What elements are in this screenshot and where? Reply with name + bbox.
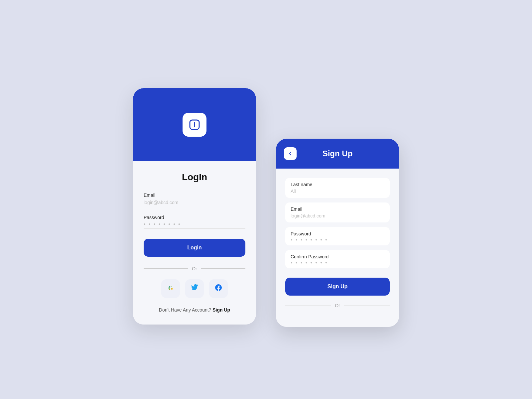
- lastname-field-group: Last name Ali: [285, 178, 390, 198]
- screens-container: LogIn Email login@abcd.com Password ● ● …: [133, 88, 399, 325]
- no-account-label: Don't Have Any Account?: [159, 307, 211, 313]
- signup-body: Last name Ali Email login@abcd.com Passw…: [276, 169, 399, 327]
- signup-or-divider: Or: [285, 303, 390, 308]
- signup-button[interactable]: Sign Up: [285, 278, 390, 296]
- password-label: Password: [144, 215, 245, 220]
- or-text: Or: [192, 266, 197, 271]
- signup-header: Sign Up: [276, 139, 399, 169]
- lastname-input-display[interactable]: Ali: [291, 189, 384, 194]
- login-button[interactable]: Login: [144, 239, 245, 257]
- back-button[interactable]: [284, 147, 297, 160]
- confirm-password-label: Confirm Password: [291, 254, 384, 259]
- or-line-left: [144, 268, 188, 269]
- signup-password-label: Password: [291, 231, 384, 236]
- signup-link[interactable]: Sign Up: [212, 307, 230, 313]
- login-body: LogIn Email login@abcd.com Password ● ● …: [133, 161, 256, 325]
- signup-email-label: Email: [291, 206, 384, 212]
- signup-email-field-group: Email login@abcd.com: [285, 202, 390, 222]
- signup-email-input-display[interactable]: login@abcd.com: [291, 213, 384, 218]
- twitter-button[interactable]: [185, 279, 204, 298]
- facebook-button[interactable]: [209, 279, 228, 298]
- signup-or-text: Or: [335, 303, 340, 308]
- email-input-display[interactable]: login@abcd.com: [144, 200, 245, 208]
- lastname-label: Last name: [291, 182, 384, 187]
- login-header: [133, 88, 256, 161]
- google-icon: G: [168, 285, 173, 292]
- signup-card: Sign Up Last name Ali Email login@abcd.c…: [276, 139, 399, 327]
- twitter-icon: [191, 284, 198, 293]
- or-divider: Or: [144, 266, 245, 271]
- email-field-group: Email login@abcd.com: [144, 193, 245, 208]
- signup-password-input-display[interactable]: ● ● ● ● ● ● ● ●: [291, 238, 384, 241]
- svg-rect-1: [194, 122, 195, 127]
- login-card: LogIn Email login@abcd.com Password ● ● …: [133, 88, 256, 325]
- app-logo: [183, 113, 206, 137]
- facebook-icon: [215, 284, 222, 293]
- login-title: LogIn: [144, 172, 245, 183]
- signup-title: Sign Up: [297, 149, 378, 158]
- signup-or-line-right: [344, 306, 390, 306]
- email-label: Email: [144, 193, 245, 198]
- signup-or-line-left: [285, 306, 331, 306]
- confirm-password-input-display[interactable]: ● ● ● ● ● ● ● ●: [291, 261, 384, 264]
- google-button[interactable]: G: [161, 279, 180, 298]
- social-buttons: G: [144, 279, 245, 298]
- password-field-group: Password ● ● ● ● ● ● ● ●: [144, 215, 245, 229]
- no-account-text: Don't Have Any Account? Sign Up: [144, 307, 245, 313]
- signup-password-field-group: Password ● ● ● ● ● ● ● ●: [285, 227, 390, 245]
- confirm-password-field-group: Confirm Password ● ● ● ● ● ● ● ●: [285, 250, 390, 268]
- or-line-right: [201, 268, 245, 269]
- password-input-display[interactable]: ● ● ● ● ● ● ● ●: [144, 222, 245, 229]
